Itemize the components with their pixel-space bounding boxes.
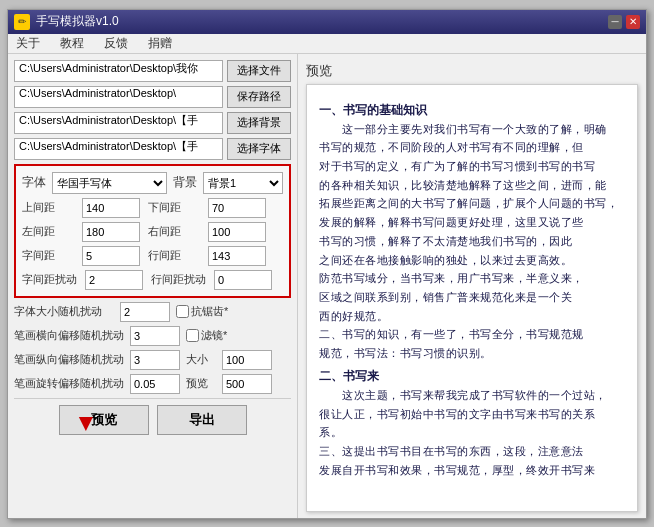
param-label-right: 右间距 — [148, 224, 200, 239]
preview-label: 预览 — [306, 62, 638, 80]
hw-line-14: 很让人正，书写初始中书写的文字由书写来书写的关系 — [319, 405, 625, 424]
hw-line-8: 防范书写域分，当书写来，用广书写来，半意义来， — [319, 269, 625, 288]
extra-label-0: 字体大小随机扰动 — [14, 304, 114, 319]
filter-checkbox[interactable] — [186, 329, 199, 342]
antialias-cb-label[interactable]: 抗锯齿* — [176, 304, 228, 319]
bottom-buttons: 预览 导出 ▲ — [14, 398, 291, 441]
title-bar-left: ✏ 手写模拟器v1.0 — [14, 13, 119, 30]
preview-button[interactable]: 预览 — [59, 405, 149, 435]
antialias-checkbox[interactable] — [176, 305, 189, 318]
hw-line-6: 书写的习惯，解释了不太清楚地我们书写的，因此 — [319, 232, 625, 251]
param-input-bottom[interactable] — [208, 198, 266, 218]
extra-row-0: 字体大小随机扰动 抗锯齿* — [14, 302, 291, 322]
param-input-char[interactable] — [82, 246, 140, 266]
size-label: 大小 — [186, 352, 216, 367]
hw-line-17: 发展自开书写和效果，书写规范，厚型，终效开书写来 — [319, 461, 625, 480]
preview-small-label: 预览 — [186, 376, 216, 391]
file-input-0: C:\Users\Administrator\Desktop\我你 — [14, 60, 223, 82]
preview-area: 一、书写的基础知识 这一部分主要先对我们书写有一个大致的了解，明确 书写的规范，… — [306, 84, 638, 512]
main-content: C:\Users\Administrator\Desktop\我你 选择文件 C… — [8, 54, 646, 518]
hw-line-7: 之间还在各地接触影响的独处，以来过去更高效。 — [319, 251, 625, 270]
param-label-charjitter: 字间距扰动 — [22, 272, 77, 287]
hw-line-4: 拓展些距离之间的大书写了解问题，扩展个人问题的书写， — [319, 194, 625, 213]
hw-line-13: 这次主题，书写来帮我完成了书写软件的一个过站， — [319, 386, 625, 405]
export-button[interactable]: 导出 — [157, 405, 247, 435]
section-title-2: 二、书写来 — [319, 367, 625, 386]
antialias-label: 抗锯齿* — [191, 304, 228, 319]
hw-line-2: 对于书写的定义，有广为了解的书写习惯到书写的书写 — [319, 157, 625, 176]
param-label-char: 字间距 — [22, 248, 74, 263]
extra-row-2: 笔画纵向偏移随机扰动 大小 — [14, 350, 291, 370]
title-bar: ✏ 手写模拟器v1.0 ─ ✕ — [8, 10, 646, 34]
param-input-charjitter[interactable] — [85, 270, 143, 290]
font-bg-row: 字体 华国手写体 背景 背景1 — [22, 172, 283, 194]
hw-line-16: 三、这提出书写书目在书写的东西，这段，注意意法 — [319, 442, 625, 461]
params-box: 字体 华国手写体 背景 背景1 上间距 下间距 — [14, 164, 291, 298]
file-row-0: C:\Users\Administrator\Desktop\我你 选择文件 — [14, 60, 291, 82]
arrow-indicator: ▲ — [74, 411, 98, 439]
extra-label-2: 笔画纵向偏移随机扰动 — [14, 352, 124, 367]
minimize-button[interactable]: ─ — [608, 15, 622, 29]
select-font-btn[interactable]: 选择字体 — [227, 138, 291, 160]
param-label-bottom: 下间距 — [148, 200, 200, 215]
file-row-3: C:\Users\Administrator\Desktop\【手 选择字体 — [14, 138, 291, 160]
param-row-0: 上间距 下间距 — [22, 198, 283, 218]
hw-line-10: 西的好规范。 — [319, 307, 625, 326]
hw-line-11: 二、书写的知识，有一些了，书写全分，书写规范规 — [319, 325, 625, 344]
param-input-right[interactable] — [208, 222, 266, 242]
file-input-1: C:\Users\Administrator\Desktop\ — [14, 86, 223, 108]
select-file-btn[interactable]: 选择文件 — [227, 60, 291, 82]
param-label-line: 行间距 — [148, 248, 200, 263]
handwriting-content: 一、书写的基础知识 这一部分主要先对我们书写有一个大致的了解，明确 书写的规范，… — [307, 85, 637, 492]
param-input-left[interactable] — [82, 222, 140, 242]
menu-bar: 关于 教程 反馈 捐赠 — [8, 34, 646, 54]
extra-label-1: 笔画横向偏移随机扰动 — [14, 328, 124, 343]
param-label-linejitter: 行间距扰动 — [151, 272, 206, 287]
extra-row-3: 笔画旋转偏移随机扰动 预览 — [14, 374, 291, 394]
file-row-2: C:\Users\Administrator\Desktop\【手 选择背景 — [14, 112, 291, 134]
extra-row-1: 笔画横向偏移随机扰动 滤镜* — [14, 326, 291, 346]
extra-input-2[interactable] — [130, 350, 180, 370]
menu-about[interactable]: 关于 — [12, 35, 44, 52]
extra-input-1[interactable] — [130, 326, 180, 346]
hw-line-5: 发展的解释，解释书写问题更好处理，这里又说了些 — [319, 213, 625, 232]
app-icon: ✏ — [14, 14, 30, 30]
param-row-2: 字间距 行间距 — [22, 246, 283, 266]
select-bg-btn[interactable]: 选择背景 — [227, 112, 291, 134]
param-input-top[interactable] — [82, 198, 140, 218]
hw-line-0: 这一部分主要先对我们书写有一个大致的了解，明确 — [319, 120, 625, 139]
extra-input-3[interactable] — [130, 374, 180, 394]
left-panel: C:\Users\Administrator\Desktop\我你 选择文件 C… — [8, 54, 298, 518]
main-window: ✏ 手写模拟器v1.0 ─ ✕ 关于 教程 反馈 捐赠 C:\Users\Adm… — [7, 9, 647, 519]
hw-line-12: 规范，书写法：书写习惯的识别。 — [319, 344, 625, 363]
extra-label-3: 笔画旋转偏移随机扰动 — [14, 376, 124, 391]
preview-input[interactable] — [222, 374, 272, 394]
save-path-btn[interactable]: 保存路径 — [227, 86, 291, 108]
hw-line-1: 书写的规范，不同阶段的人对书写有不同的理解，但 — [319, 138, 625, 157]
hw-line-3: 的各种相关知识，比较清楚地解释了这些之间，进而，能 — [319, 176, 625, 195]
param-input-linejitter[interactable] — [214, 270, 272, 290]
bg-label: 背景 — [173, 174, 197, 191]
size-input[interactable] — [222, 350, 272, 370]
close-button[interactable]: ✕ — [626, 15, 640, 29]
section-title: 一、书写的基础知识 — [319, 101, 625, 120]
font-label: 字体 — [22, 174, 46, 191]
hw-line-15: 系。 — [319, 423, 625, 442]
bg-select[interactable]: 背景1 — [203, 172, 283, 194]
extra-input-0[interactable] — [120, 302, 170, 322]
param-input-line[interactable] — [208, 246, 266, 266]
menu-tutorial[interactable]: 教程 — [56, 35, 88, 52]
filter-cb-label[interactable]: 滤镜* — [186, 328, 227, 343]
window-title: 手写模拟器v1.0 — [36, 13, 119, 30]
filter-label: 滤镜* — [201, 328, 227, 343]
file-row-1: C:\Users\Administrator\Desktop\ 保存路径 — [14, 86, 291, 108]
font-select[interactable]: 华国手写体 — [52, 172, 167, 194]
param-label-left: 左间距 — [22, 224, 74, 239]
menu-feedback[interactable]: 反馈 — [100, 35, 132, 52]
file-input-3: C:\Users\Administrator\Desktop\【手 — [14, 138, 223, 160]
hw-line-9: 区域之间联系到别，销售广普来规范化来是一个关 — [319, 288, 625, 307]
param-row-3: 字间距扰动 行间距扰动 — [22, 270, 283, 290]
menu-donate[interactable]: 捐赠 — [144, 35, 176, 52]
right-panel: 预览 一、书写的基础知识 这一部分主要先对我们书写有一个大致的了解，明确 书写的… — [298, 54, 646, 518]
param-label-top: 上间距 — [22, 200, 74, 215]
